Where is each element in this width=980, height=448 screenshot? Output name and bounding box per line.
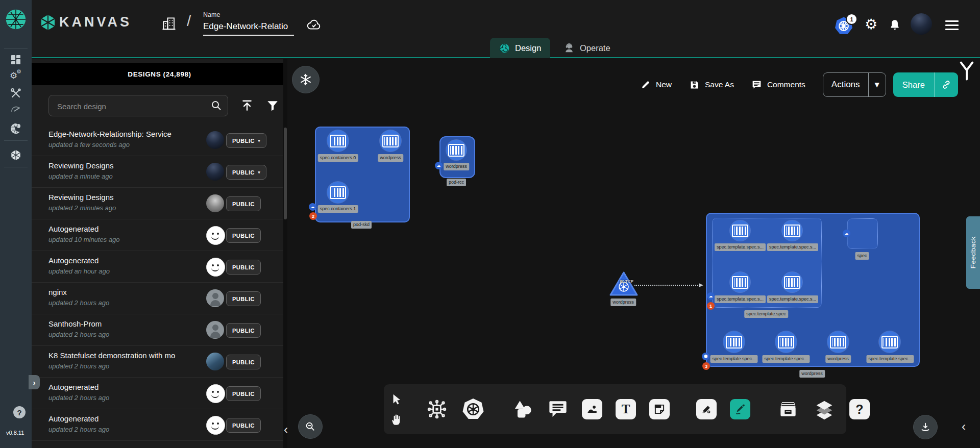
design-list-item[interactable]: Reviewing Designs updated 2 minutes ago … [32,188,287,219]
pan-tool[interactable] [390,411,404,427]
zoom-out-fab[interactable] [298,414,323,439]
error-count-badge[interactable]: 1 [707,302,715,310]
node-spec[interactable] [847,218,878,249]
sidebar-item-kanvas[interactable] [10,149,22,161]
node-container[interactable] [782,220,802,241]
filter-icon[interactable] [266,99,279,112]
container-icon [881,336,898,349]
design-list-item[interactable]: Santhosh-Prom updated 2 hours ago PUBLIC… [32,314,287,346]
node-container[interactable] [827,331,849,353]
visibility-badge[interactable]: PUBLIC ▾ [226,418,261,433]
node-container[interactable] [723,331,745,353]
tab-operate[interactable]: Operate [554,38,620,58]
canvas-menu-fab[interactable] [292,66,320,93]
text-tool[interactable]: T [616,399,636,419]
collapse-panel-chevron[interactable]: ‹ [284,424,288,436]
circuit-tool[interactable] [426,398,448,420]
new-button[interactable]: New [641,80,672,90]
visibility-badge[interactable]: PUBLIC ▾ [226,260,261,275]
actions-caret-icon[interactable]: ▼ [868,73,886,96]
comment-tool[interactable] [547,399,569,420]
user-avatar[interactable] [911,13,932,35]
organization-icon[interactable] [161,15,177,32]
design-list-item[interactable]: Autogenerated updated an hour ago PUBLIC… [32,251,287,283]
shapes-tool[interactable] [511,398,534,420]
design-list-item[interactable]: Autogenerated updated 2 hours ago PUBLIC… [32,409,287,441]
image-tool[interactable] [582,399,602,419]
pen-tool[interactable] [696,399,717,419]
share-button[interactable]: Share [893,72,958,97]
sidebar-item-lifecycle[interactable]: ⚙⚙ [10,69,22,82]
sidebar-item-configuration[interactable] [10,87,22,99]
collapse-right-chevron[interactable]: ‹ [962,420,966,433]
node-container[interactable] [446,140,467,160]
sidebar-item-performance[interactable] [10,103,22,115]
kanvas-app: KANVAS / Name Design [0,0,980,448]
visibility-badge[interactable]: PUBLIC ▾ [226,196,261,211]
cloud-badge[interactable]: ☁ [707,292,715,300]
node-container-0[interactable] [327,130,349,152]
visibility-badge[interactable]: PUBLIC ▾ [226,355,261,369]
node-container[interactable] [879,331,900,353]
upload-design-icon[interactable] [240,99,254,112]
sidebar-item-mesh[interactable] [10,122,22,135]
cluster-label: wordpress [799,370,825,378]
visibility-badge[interactable]: PUBLIC ▾ [226,291,261,306]
kubernetes-context-chip[interactable]: 1 [834,16,853,36]
edge-service-to-deployment[interactable] [634,285,702,286]
panel-scrollbar-thumb[interactable] [284,128,287,219]
error-count-badge[interactable]: 2 [309,212,317,220]
panel-scrollbar-track[interactable] [283,59,287,448]
comments-button[interactable]: Comments [751,80,805,90]
sidebar-item-dashboard[interactable] [10,54,22,66]
node-container-2[interactable] [327,182,349,203]
cloud-badge[interactable]: ☁ [843,230,850,237]
dock-toggle-fab[interactable] [913,415,938,439]
node-container-1[interactable] [380,130,401,152]
meshery-logo-icon[interactable] [5,8,27,31]
kubernetes-tool[interactable] [461,397,485,421]
cloud-badge[interactable]: ☁ [309,203,316,211]
visibility-badge[interactable]: PUBLIC ▾ [226,323,261,338]
node-container[interactable] [775,331,797,353]
search-icon[interactable] [210,99,223,112]
visibility-badge[interactable]: PUBLIC ▾ [226,165,266,180]
node-service-wordpress[interactable] [608,270,639,297]
node-container[interactable] [730,272,750,292]
node-container[interactable] [782,272,802,292]
feedback-tab[interactable]: Feedback [966,216,980,289]
error-count-badge[interactable]: 3 [702,362,710,370]
save-as-button[interactable]: Save As [689,80,734,90]
design-list-item[interactable]: Autogenerated updated 2 hours ago PUBLIC… [32,378,287,409]
cloud-badge[interactable]: ☁ [435,162,443,169]
flows-merge-icon[interactable] [958,60,976,82]
layers-tool[interactable] [813,397,836,421]
node-container[interactable] [730,220,750,241]
tab-design[interactable]: Design [490,38,550,58]
search-input[interactable] [56,95,206,117]
design-list-item[interactable]: Autogenerated updated 10 minutes ago PUB… [32,219,287,251]
design-name-input[interactable] [203,20,294,36]
save-icon [689,80,700,90]
design-list-item[interactable]: Edge-Network-Relationship: Service updat… [32,125,287,156]
hamburger-menu-icon[interactable] [945,20,959,30]
drawer-tool[interactable] [777,398,799,420]
help-button[interactable]: ? [13,406,26,418]
settings-gear-icon[interactable]: ⚙ [865,17,877,32]
visibility-badge[interactable]: PUBLIC ▾ [226,386,261,401]
note-tool[interactable] [649,399,670,419]
node-spec-template-spec[interactable] [712,218,822,308]
dock-help-tool[interactable]: ? [849,399,870,419]
actions-button[interactable]: Actions ▼ [823,72,886,97]
design-list-item[interactable]: Reviewing Designs updated a minute ago P… [32,156,287,188]
visibility-badge[interactable]: PUBLIC ▾ [226,228,261,243]
copy-link-icon[interactable] [934,72,958,97]
panel-expand-chevron[interactable]: › [29,375,40,389]
hexagon-badge[interactable]: ⬢ [702,353,709,360]
design-list-item[interactable]: K8 Statefulset demonstration with mo upd… [32,346,287,378]
visibility-badge[interactable]: PUBLIC ▾ [226,133,266,148]
select-tool[interactable] [390,392,403,407]
freehand-draw-tool[interactable] [730,399,750,419]
design-list-item[interactable]: nginx updated 2 hours ago PUBLIC ▾ [32,283,287,314]
notifications-bell-icon[interactable] [888,18,901,32]
